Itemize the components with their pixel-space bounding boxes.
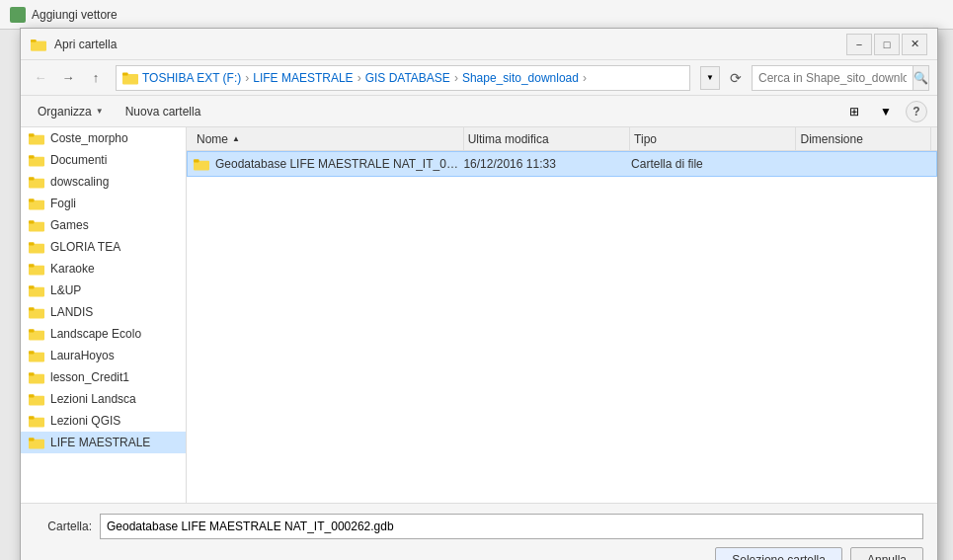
search-input[interactable]	[753, 71, 913, 85]
dialog-close-btn[interactable]: ✕	[902, 34, 927, 55]
dialog-minimize-btn[interactable]: −	[846, 34, 872, 55]
breadcrumb-dropdown-btn[interactable]: ▼	[700, 66, 720, 90]
folder-name: Fogli	[50, 197, 76, 210]
button-row: Selezione cartella Annulla	[35, 547, 923, 560]
navigation-bar: ← → ↑ TOSHIBA EXT (F:) › LIFE MAESTRALE …	[21, 60, 937, 96]
nuova-cartella-button[interactable]: Nuova cartella	[119, 101, 208, 122]
file-list: Geodatabase LIFE MAESTRALE NAT_IT_000262…	[187, 151, 937, 503]
folder-name: dowscaling	[50, 175, 109, 189]
help-icon: ?	[913, 105, 919, 119]
search-button[interactable]: 🔍	[913, 66, 928, 90]
folder-name: GLORIA TEA	[50, 240, 120, 254]
folder-icon	[29, 131, 44, 145]
folder-icon	[29, 262, 44, 276]
refresh-button[interactable]: ⟳	[724, 66, 748, 90]
folder-item[interactable]: Landscape Ecolo	[21, 323, 186, 345]
folder-item[interactable]: lesson_Credit1	[21, 366, 186, 388]
search-box: 🔍	[752, 65, 929, 91]
svg-rect-24	[29, 307, 35, 310]
file-folder-icon	[194, 157, 209, 171]
svg-rect-18	[29, 242, 35, 245]
search-icon: 🔍	[913, 71, 928, 85]
select-folder-button[interactable]: Selezione cartella	[715, 547, 842, 560]
folder-item[interactable]: GLORIA TEA	[21, 236, 186, 258]
folder-name: L&UP	[50, 283, 81, 297]
folder-list: Coste_morpho Documenti dowscaling Fogli	[21, 127, 186, 503]
folder-item[interactable]: LIFE MAESTRALE	[21, 432, 186, 453]
svg-rect-30	[29, 372, 35, 375]
folder-name: LANDIS	[50, 305, 93, 319]
view-button[interactable]: ⊞	[842, 101, 866, 122]
folder-item[interactable]: Coste_morpho	[21, 127, 186, 149]
breadcrumb-item-0[interactable]: TOSHIBA EXT (F:)	[142, 71, 241, 85]
breadcrumb-sep-2: ›	[454, 71, 458, 85]
breadcrumb-item-1[interactable]: LIFE MAESTRALE	[253, 71, 353, 85]
svg-rect-10	[29, 155, 35, 158]
folder-icon	[29, 370, 44, 384]
folder-icon	[29, 305, 44, 319]
breadcrumb-item-2[interactable]: GIS DATABASE	[365, 71, 450, 85]
breadcrumb-item-3[interactable]: Shape_sito_download	[462, 71, 579, 85]
dialog-title: Apri cartella	[54, 38, 846, 51]
file-list-header: Nome ▲ Ultima modifica Tipo Dimensione	[187, 127, 937, 151]
up-icon: ↑	[93, 70, 100, 85]
breadcrumb-folder-icon	[122, 71, 138, 85]
dialog-maximize-btn[interactable]: □	[874, 34, 900, 55]
col-size-label: Dimensione	[800, 132, 862, 146]
folder-name: Documenti	[50, 153, 107, 167]
folder-icon	[29, 240, 44, 254]
folder-name: lesson_Credit1	[50, 370, 129, 384]
folder-item[interactable]: Karaoke	[21, 258, 186, 280]
svg-rect-20	[29, 264, 35, 267]
col-type-label: Tipo	[634, 132, 657, 146]
folder-item[interactable]: L&UP	[21, 280, 186, 301]
right-panel: Nome ▲ Ultima modifica Tipo Dimensione	[187, 127, 937, 503]
folder-item[interactable]: Documenti	[21, 149, 186, 171]
organizza-button[interactable]: Organizza ▼	[31, 101, 111, 122]
folder-item[interactable]: Lezioni QGIS	[21, 410, 186, 432]
folder-item[interactable]: Games	[21, 214, 186, 236]
folder-name: Lezioni QGIS	[50, 414, 120, 428]
left-panel: Coste_morpho Documenti dowscaling Fogli	[21, 127, 187, 503]
folder-item[interactable]: LauraHoyos	[21, 345, 186, 366]
organizza-dropdown-icon: ▼	[96, 107, 104, 116]
col-header-name[interactable]: Nome ▲	[193, 127, 464, 150]
bg-window-icon	[10, 7, 26, 23]
folder-item[interactable]: dowscaling	[21, 171, 186, 193]
view-dropdown-button[interactable]: ▼	[874, 101, 898, 122]
folder-input-row: Cartella:	[35, 514, 923, 539]
svg-rect-34	[29, 416, 35, 419]
folder-icon	[29, 283, 44, 297]
svg-rect-6	[122, 72, 128, 75]
forward-button[interactable]: →	[56, 66, 80, 90]
folder-name: Karaoke	[50, 262, 95, 276]
folder-item[interactable]: LANDIS	[21, 301, 186, 323]
toolbar: Organizza ▼ Nuova cartella ⊞ ▼ ?	[21, 96, 937, 127]
folder-name: Landscape Ecolo	[50, 327, 141, 341]
breadcrumb-sep-3: ›	[583, 71, 587, 85]
view-icon: ⊞	[849, 105, 859, 119]
col-header-size[interactable]: Dimensione	[796, 127, 931, 150]
breadcrumb-sep-0: ›	[245, 71, 249, 85]
folder-name: Lezioni Landsca	[50, 392, 136, 406]
folder-item[interactable]: Lezioni Landsca	[21, 388, 186, 410]
svg-rect-4	[31, 40, 37, 41]
svg-rect-36	[29, 438, 35, 440]
svg-rect-26	[29, 329, 35, 332]
bg-window-title: Aggiungi vettore	[32, 8, 118, 22]
file-name: Geodatabase LIFE MAESTRALE NAT_IT_000262…	[215, 157, 459, 171]
folder-icon	[29, 197, 44, 210]
col-header-date[interactable]: Ultima modifica	[464, 127, 630, 150]
table-row[interactable]: Geodatabase LIFE MAESTRALE NAT_IT_000262…	[187, 151, 937, 177]
help-button[interactable]: ?	[906, 101, 927, 122]
file-type: Cartella di file	[627, 157, 795, 171]
folder-item[interactable]: Fogli	[21, 193, 186, 214]
back-button[interactable]: ←	[29, 66, 52, 90]
cancel-button[interactable]: Annulla	[850, 547, 923, 560]
main-content: Coste_morpho Documenti dowscaling Fogli	[21, 127, 937, 503]
folder-input[interactable]	[100, 514, 923, 539]
open-folder-dialog: Apri cartella − □ ✕ ← → ↑	[20, 28, 938, 560]
forward-icon: →	[62, 70, 75, 85]
up-button[interactable]: ↑	[84, 66, 108, 90]
col-header-type[interactable]: Tipo	[630, 127, 796, 150]
